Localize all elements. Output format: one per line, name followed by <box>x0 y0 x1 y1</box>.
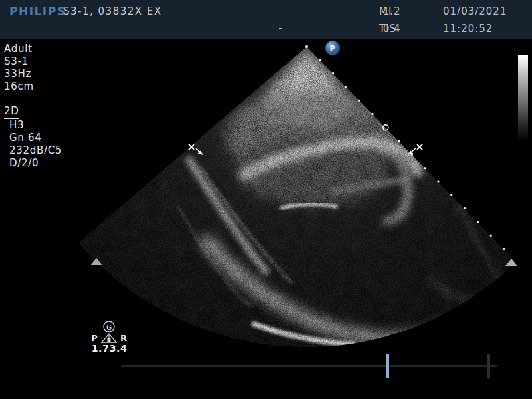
exam-date: 01/03/2021 <box>443 5 507 17</box>
ecg-sweep-cursor <box>386 354 389 378</box>
ultrasound-screen: P G P R 1.7 3.4 PHILIPS <box>0 0 532 399</box>
param-frame-rate: 33Hz <box>4 68 62 80</box>
orientation-badge: P <box>325 41 340 55</box>
param-transducer: S3-1 <box>4 55 62 68</box>
probe-info: S3-1, 03832X EX <box>63 5 162 17</box>
sector-canvas: P G P R 1.7 3.4 <box>0 0 532 399</box>
physio-right-label: R <box>120 333 127 343</box>
grayscale-bar <box>518 55 528 141</box>
param-harmonics: H3 <box>4 119 62 132</box>
tis-readout: TIS 0.4 <box>379 23 383 35</box>
mi-readout: MI 1.2 <box>379 5 383 17</box>
param-processing: D/2/0 <box>4 157 62 170</box>
physio-value-1: 1.7 <box>92 343 109 354</box>
param-patient-type: Adult <box>4 43 62 55</box>
gain-circle-label: G <box>106 323 112 331</box>
probe-triangle-icon <box>102 334 116 342</box>
param-dynamic-range: 232dB/C5 <box>4 144 62 157</box>
param-mode: 2D <box>4 105 19 119</box>
header-bar: PHILIPS S3-1, 03832X EX MI 1.2 01/03/202… <box>0 0 532 39</box>
param-depth: 16cm <box>4 80 62 93</box>
physio-value-2: 3.4 <box>110 343 127 354</box>
physio-icons: G P R 1.7 3.4 <box>91 321 127 354</box>
physio-left-label: P <box>91 333 98 343</box>
param-gain: Gn 64 <box>4 132 62 144</box>
exam-time: 11:20:52 <box>443 23 493 35</box>
ecg-trace <box>121 354 497 378</box>
header-separator: - <box>279 22 282 34</box>
caliper-marker-right <box>408 144 422 155</box>
philips-logo: PHILIPS <box>9 5 66 18</box>
imaging-parameters: Adult S3-1 33Hz 16cm 2D H3 Gn 64 232dB/C… <box>4 43 62 170</box>
ecg-sweep-cursor-dim <box>487 354 490 378</box>
orientation-badge-label: P <box>330 44 336 53</box>
